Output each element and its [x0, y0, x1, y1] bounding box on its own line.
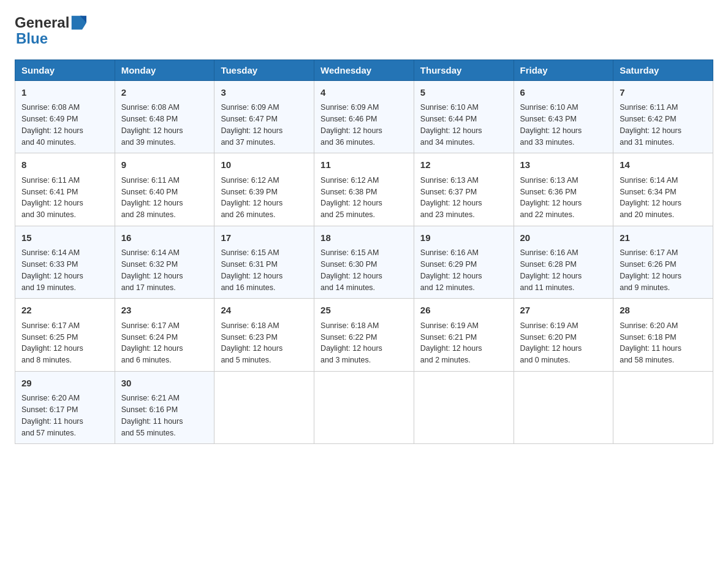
calendar-cell: 18Sunrise: 6:15 AMSunset: 6:30 PMDayligh… — [314, 226, 414, 299]
day-number: 24 — [221, 304, 308, 318]
day-number: 7 — [620, 86, 707, 100]
day-number: 23 — [121, 304, 208, 318]
day-info: Sunrise: 6:11 AMSunset: 6:42 PMDaylight:… — [620, 102, 707, 148]
calendar-cell — [613, 371, 713, 444]
day-number: 18 — [320, 231, 408, 245]
day-info: Sunrise: 6:15 AMSunset: 6:30 PMDaylight:… — [320, 247, 408, 293]
day-info: Sunrise: 6:14 AMSunset: 6:34 PMDaylight:… — [620, 175, 707, 221]
calendar-cell: 25Sunrise: 6:18 AMSunset: 6:22 PMDayligh… — [314, 299, 414, 372]
day-info: Sunrise: 6:09 AMSunset: 6:46 PMDaylight:… — [320, 102, 408, 148]
day-number: 5 — [420, 86, 507, 100]
day-info: Sunrise: 6:11 AMSunset: 6:40 PMDaylight:… — [121, 175, 208, 221]
day-info: Sunrise: 6:13 AMSunset: 6:37 PMDaylight:… — [420, 175, 507, 221]
day-info: Sunrise: 6:17 AMSunset: 6:26 PMDaylight:… — [620, 247, 707, 293]
calendar-cell: 6Sunrise: 6:10 AMSunset: 6:43 PMDaylight… — [514, 80, 613, 153]
calendar-week-row: 15Sunrise: 6:14 AMSunset: 6:33 PMDayligh… — [15, 226, 713, 299]
day-number: 12 — [420, 158, 507, 172]
day-number: 1 — [21, 86, 108, 100]
day-number: 20 — [520, 231, 607, 245]
day-info: Sunrise: 6:10 AMSunset: 6:43 PMDaylight:… — [520, 102, 607, 148]
day-number: 27 — [520, 304, 607, 318]
day-info: Sunrise: 6:17 AMSunset: 6:24 PMDaylight:… — [121, 320, 208, 366]
calendar-cell: 30Sunrise: 6:21 AMSunset: 6:16 PMDayligh… — [115, 371, 214, 444]
calendar-week-row: 22Sunrise: 6:17 AMSunset: 6:25 PMDayligh… — [15, 299, 713, 372]
calendar-cell: 19Sunrise: 6:16 AMSunset: 6:29 PMDayligh… — [414, 226, 514, 299]
day-number: 21 — [620, 231, 707, 245]
calendar-cell: 9Sunrise: 6:11 AMSunset: 6:40 PMDaylight… — [115, 153, 214, 226]
day-number: 28 — [620, 304, 707, 318]
calendar-cell — [214, 371, 314, 444]
day-number: 2 — [121, 86, 208, 100]
day-info: Sunrise: 6:08 AMSunset: 6:49 PMDaylight:… — [21, 102, 108, 148]
day-number: 17 — [221, 231, 308, 245]
calendar-cell: 5Sunrise: 6:10 AMSunset: 6:44 PMDaylight… — [414, 80, 514, 153]
calendar-cell: 23Sunrise: 6:17 AMSunset: 6:24 PMDayligh… — [115, 299, 214, 372]
day-info: Sunrise: 6:18 AMSunset: 6:23 PMDaylight:… — [221, 320, 308, 366]
weekday-header-tuesday: Tuesday — [214, 59, 314, 80]
day-info: Sunrise: 6:10 AMSunset: 6:44 PMDaylight:… — [420, 102, 507, 148]
day-number: 10 — [221, 158, 308, 172]
calendar-cell — [314, 371, 414, 444]
day-number: 6 — [520, 86, 607, 100]
calendar-cell: 20Sunrise: 6:16 AMSunset: 6:28 PMDayligh… — [514, 226, 613, 299]
day-info: Sunrise: 6:14 AMSunset: 6:33 PMDaylight:… — [21, 247, 108, 293]
day-info: Sunrise: 6:12 AMSunset: 6:38 PMDaylight:… — [320, 175, 408, 221]
logo-blue-text: Blue — [16, 31, 88, 47]
day-number: 8 — [21, 158, 108, 172]
logo-flag-icon — [70, 15, 86, 31]
logo: General Blue — [15, 15, 88, 47]
calendar-cell: 4Sunrise: 6:09 AMSunset: 6:46 PMDaylight… — [314, 80, 414, 153]
day-info: Sunrise: 6:15 AMSunset: 6:31 PMDaylight:… — [221, 247, 308, 293]
day-number: 4 — [320, 86, 408, 100]
day-info: Sunrise: 6:18 AMSunset: 6:22 PMDaylight:… — [320, 320, 408, 366]
calendar-week-row: 1Sunrise: 6:08 AMSunset: 6:49 PMDaylight… — [15, 80, 713, 153]
page-header: General Blue — [15, 15, 713, 47]
calendar-cell: 12Sunrise: 6:13 AMSunset: 6:37 PMDayligh… — [414, 153, 514, 226]
day-info: Sunrise: 6:19 AMSunset: 6:21 PMDaylight:… — [420, 320, 507, 366]
weekday-header-sunday: Sunday — [15, 59, 115, 80]
calendar-cell: 24Sunrise: 6:18 AMSunset: 6:23 PMDayligh… — [214, 299, 314, 372]
day-info: Sunrise: 6:20 AMSunset: 6:17 PMDaylight:… — [21, 393, 108, 439]
day-number: 22 — [21, 304, 108, 318]
calendar-cell: 7Sunrise: 6:11 AMSunset: 6:42 PMDaylight… — [613, 80, 713, 153]
day-info: Sunrise: 6:16 AMSunset: 6:29 PMDaylight:… — [420, 247, 507, 293]
day-info: Sunrise: 6:16 AMSunset: 6:28 PMDaylight:… — [520, 247, 607, 293]
day-number: 30 — [121, 377, 208, 391]
day-number: 15 — [21, 231, 108, 245]
calendar-cell: 16Sunrise: 6:14 AMSunset: 6:32 PMDayligh… — [115, 226, 214, 299]
day-info: Sunrise: 6:20 AMSunset: 6:18 PMDaylight:… — [620, 320, 707, 366]
day-info: Sunrise: 6:21 AMSunset: 6:16 PMDaylight:… — [121, 393, 208, 439]
day-info: Sunrise: 6:11 AMSunset: 6:41 PMDaylight:… — [21, 175, 108, 221]
calendar-cell: 8Sunrise: 6:11 AMSunset: 6:41 PMDaylight… — [15, 153, 115, 226]
day-number: 9 — [121, 158, 208, 172]
day-number: 26 — [420, 304, 507, 318]
day-info: Sunrise: 6:17 AMSunset: 6:25 PMDaylight:… — [21, 320, 108, 366]
day-number: 11 — [320, 158, 408, 172]
weekday-header-monday: Monday — [115, 59, 214, 80]
calendar-cell: 2Sunrise: 6:08 AMSunset: 6:48 PMDaylight… — [115, 80, 214, 153]
day-info: Sunrise: 6:09 AMSunset: 6:47 PMDaylight:… — [221, 102, 308, 148]
calendar-cell: 29Sunrise: 6:20 AMSunset: 6:17 PMDayligh… — [15, 371, 115, 444]
day-info: Sunrise: 6:19 AMSunset: 6:20 PMDaylight:… — [520, 320, 607, 366]
weekday-header-wednesday: Wednesday — [314, 59, 414, 80]
calendar-cell: 28Sunrise: 6:20 AMSunset: 6:18 PMDayligh… — [613, 299, 713, 372]
day-info: Sunrise: 6:12 AMSunset: 6:39 PMDaylight:… — [221, 175, 308, 221]
weekday-header-friday: Friday — [514, 59, 613, 80]
calendar-cell: 14Sunrise: 6:14 AMSunset: 6:34 PMDayligh… — [613, 153, 713, 226]
calendar-cell: 17Sunrise: 6:15 AMSunset: 6:31 PMDayligh… — [214, 226, 314, 299]
calendar-cell: 26Sunrise: 6:19 AMSunset: 6:21 PMDayligh… — [414, 299, 514, 372]
calendar-cell: 27Sunrise: 6:19 AMSunset: 6:20 PMDayligh… — [514, 299, 613, 372]
day-number: 29 — [21, 377, 108, 391]
weekday-header-row: SundayMondayTuesdayWednesdayThursdayFrid… — [15, 59, 713, 80]
calendar-cell: 11Sunrise: 6:12 AMSunset: 6:38 PMDayligh… — [314, 153, 414, 226]
calendar-cell: 22Sunrise: 6:17 AMSunset: 6:25 PMDayligh… — [15, 299, 115, 372]
calendar-cell: 21Sunrise: 6:17 AMSunset: 6:26 PMDayligh… — [613, 226, 713, 299]
calendar-week-row: 8Sunrise: 6:11 AMSunset: 6:41 PMDaylight… — [15, 153, 713, 226]
logo-wrapper: General Blue — [15, 15, 88, 47]
day-info: Sunrise: 6:14 AMSunset: 6:32 PMDaylight:… — [121, 247, 208, 293]
calendar-cell: 15Sunrise: 6:14 AMSunset: 6:33 PMDayligh… — [15, 226, 115, 299]
day-number: 19 — [420, 231, 507, 245]
day-info: Sunrise: 6:08 AMSunset: 6:48 PMDaylight:… — [121, 102, 208, 148]
day-info: Sunrise: 6:13 AMSunset: 6:36 PMDaylight:… — [520, 175, 607, 221]
day-number: 14 — [620, 158, 707, 172]
